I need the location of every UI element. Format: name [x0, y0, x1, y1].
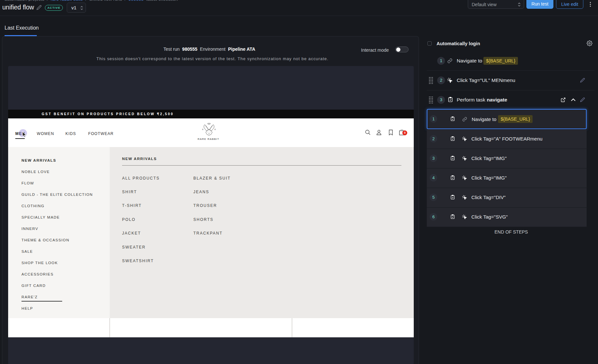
- svg-text:R: R: [202, 128, 203, 130]
- svg-text:R: R: [215, 128, 216, 130]
